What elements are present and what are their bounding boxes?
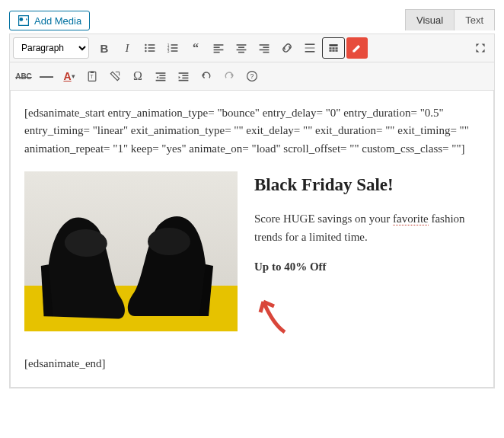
align-center-button[interactable]	[231, 37, 252, 59]
align-center-icon	[235, 41, 247, 55]
svg-rect-24	[263, 52, 269, 53]
shoe-image-left	[37, 203, 132, 321]
svg-rect-23	[260, 50, 270, 51]
svg-rect-36	[91, 72, 94, 73]
svg-rect-20	[238, 52, 244, 53]
redo-icon	[223, 69, 235, 83]
help-icon: ?	[246, 69, 258, 83]
pencil-icon	[351, 41, 363, 55]
align-left-button[interactable]	[208, 37, 229, 59]
svg-rect-13	[214, 44, 224, 46]
svg-rect-26	[305, 47, 315, 49]
svg-point-49	[148, 228, 190, 255]
svg-rect-14	[214, 46, 220, 48]
svg-rect-39	[159, 75, 165, 76]
paste-text-icon: T	[86, 69, 98, 83]
bold-button[interactable]: B	[94, 37, 115, 59]
indent-button[interactable]	[173, 66, 194, 87]
svg-text:3: 3	[167, 50, 170, 53]
read-more-button[interactable]	[299, 37, 321, 59]
special-char-button[interactable]: Ω	[127, 66, 148, 87]
svg-text:T: T	[91, 74, 94, 79]
paste-text-button[interactable]: T	[81, 66, 103, 87]
svg-rect-16	[214, 52, 220, 53]
templates-button[interactable]	[346, 37, 368, 59]
svg-rect-31	[335, 47, 337, 49]
indent-icon	[177, 69, 190, 83]
bullet-list-icon	[144, 41, 156, 55]
content-text-column: Black Friday Sale! Score HUGE savings on…	[254, 171, 480, 342]
editor-tabs: Visual Text	[406, 9, 495, 30]
strikethrough-icon: ABC	[15, 72, 32, 81]
svg-rect-34	[335, 50, 337, 51]
tab-text[interactable]: Text	[454, 9, 495, 30]
toolbar-row-2: ABC — A▾ T Ω ?	[10, 62, 494, 91]
bullet-list-button[interactable]	[139, 37, 161, 59]
text-color-icon: A	[63, 70, 71, 82]
outdent-button[interactable]	[150, 66, 171, 87]
content-columns: Black Friday Sale! Score HUGE savings on…	[24, 171, 480, 342]
blockquote-button[interactable]: “	[185, 37, 206, 59]
svg-rect-42	[179, 72, 189, 74]
help-button[interactable]: ?	[241, 66, 263, 87]
align-left-icon	[212, 41, 225, 55]
undo-icon	[200, 69, 212, 83]
svg-rect-19	[237, 50, 247, 51]
hr-button[interactable]: —	[36, 66, 57, 87]
link-button[interactable]	[276, 37, 298, 59]
align-right-button[interactable]	[254, 37, 275, 59]
svg-rect-10	[171, 47, 178, 49]
add-media-label: Add Media	[34, 15, 81, 27]
svg-rect-45	[179, 80, 189, 82]
svg-rect-28	[329, 44, 337, 46]
clear-formatting-icon	[109, 69, 121, 83]
link-icon	[281, 41, 293, 55]
svg-point-0	[19, 18, 23, 21]
underlined-word: favorite	[393, 213, 429, 225]
italic-button[interactable]: I	[116, 37, 138, 59]
svg-point-3	[145, 47, 146, 49]
editor-content[interactable]: [edsanimate_start entry_animation_type= …	[10, 91, 494, 388]
svg-rect-41	[156, 80, 166, 82]
editor-header: Add Media Visual Text	[9, 9, 495, 30]
format-select[interactable]: Paragraph	[13, 37, 89, 59]
toolbar-row-1: Paragraph B I 123 “	[10, 34, 494, 62]
svg-rect-40	[159, 78, 165, 79]
svg-rect-44	[182, 78, 188, 79]
clear-formatting-button[interactable]	[104, 66, 126, 87]
fullscreen-button[interactable]	[470, 37, 491, 59]
svg-rect-33	[332, 50, 334, 51]
omega-icon: Ω	[133, 69, 142, 83]
svg-rect-43	[182, 75, 188, 76]
sale-heading: Black Friday Sale!	[254, 171, 480, 199]
fullscreen-icon	[474, 41, 486, 55]
numbered-list-button[interactable]: 123	[162, 37, 183, 59]
discount-line: Up to 40% Off	[254, 258, 480, 276]
toolbar-toggle-button[interactable]	[322, 37, 345, 59]
read-more-icon	[304, 41, 316, 55]
product-image[interactable]	[24, 171, 238, 331]
shortcode-open: [edsanimate_start entry_animation_type= …	[24, 104, 480, 158]
align-right-icon	[258, 41, 270, 55]
svg-rect-22	[263, 46, 269, 48]
svg-rect-6	[148, 50, 155, 52]
shortcode-close: [edsanimate_end]	[24, 355, 480, 372]
svg-rect-38	[156, 72, 166, 74]
tab-visual[interactable]: Visual	[405, 9, 455, 30]
svg-rect-25	[305, 43, 315, 45]
sale-body: Score HUGE savings on your favorite fash…	[254, 210, 480, 246]
strikethrough-button[interactable]: ABC	[13, 66, 34, 87]
toolbar-toggle-icon	[327, 41, 340, 55]
redo-button[interactable]	[219, 66, 240, 87]
editor-frame: Paragraph B I 123 “ ABC — A▾ T Ω ? [edsa…	[9, 34, 495, 388]
svg-rect-18	[238, 46, 244, 48]
svg-point-1	[145, 44, 146, 46]
svg-rect-4	[148, 47, 155, 49]
svg-rect-30	[332, 47, 334, 49]
media-icon	[18, 14, 30, 27]
add-media-button[interactable]: Add Media	[9, 11, 90, 30]
text-color-button[interactable]: A▾	[59, 66, 80, 87]
svg-rect-2	[148, 44, 155, 46]
undo-button[interactable]	[196, 66, 217, 87]
svg-rect-32	[329, 50, 331, 51]
